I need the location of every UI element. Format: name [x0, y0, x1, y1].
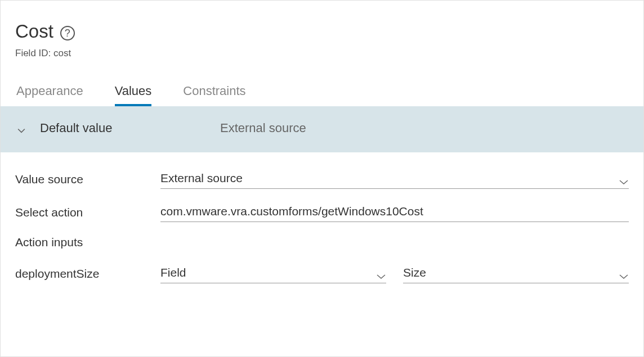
value-source-label: Value source	[15, 173, 160, 186]
value-source-select[interactable]: External source	[160, 169, 629, 189]
tabs: Appearance Values Constraints	[15, 84, 629, 106]
deployment-size-type-select[interactable]: Field	[160, 264, 386, 283]
tab-constraints[interactable]: Constraints	[183, 84, 245, 106]
select-action-row: Select action com.vmware.vra.customforms…	[15, 202, 629, 222]
select-action-input[interactable]: com.vmware.vra.customforms/getWindows10C…	[160, 202, 629, 222]
deployment-size-row: deploymentSize Field Size	[15, 264, 629, 283]
deployment-size-field-value: Size	[403, 266, 426, 279]
title-row: Cost ?	[15, 21, 629, 42]
field-id-label: Field ID: cost	[15, 48, 629, 59]
action-inputs-heading: Action inputs	[15, 236, 629, 249]
panel-header: Cost ? Field ID: cost Appearance Values …	[1, 1, 643, 106]
select-action-value: com.vmware.vra.customforms/getWindows10C…	[160, 205, 423, 218]
section-label: Default value	[40, 121, 220, 135]
deployment-size-field-select[interactable]: Size	[403, 264, 629, 283]
tab-values[interactable]: Values	[115, 84, 152, 106]
chevron-down-icon	[619, 175, 629, 182]
properties-panel: Cost ? Field ID: cost Appearance Values …	[0, 0, 644, 357]
page-title: Cost	[15, 21, 53, 42]
help-icon[interactable]: ?	[60, 26, 75, 40]
select-action-label: Select action	[15, 206, 160, 219]
tab-appearance[interactable]: Appearance	[16, 84, 83, 106]
section-header[interactable]: Default value External source	[1, 106, 643, 152]
section-value: External source	[220, 121, 306, 135]
deployment-size-label: deploymentSize	[15, 267, 160, 281]
chevron-down-icon	[376, 269, 386, 276]
value-source-value: External source	[160, 171, 243, 185]
value-source-row: Value source External source	[15, 169, 629, 189]
chevron-down-icon	[619, 269, 629, 276]
chevron-down-icon	[17, 125, 25, 133]
deployment-size-type-value: Field	[160, 266, 186, 279]
form-body: Value source External source Select acti…	[1, 152, 643, 283]
